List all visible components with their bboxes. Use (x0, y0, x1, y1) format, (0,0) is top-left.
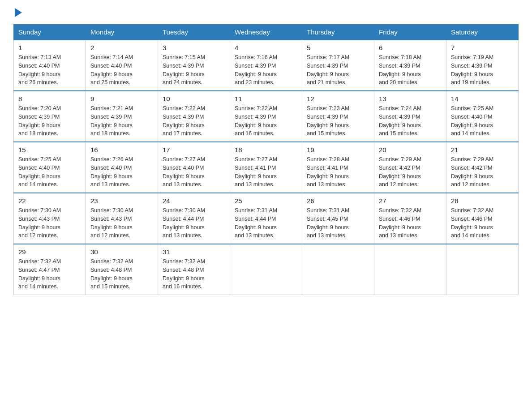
day-number: 3 (163, 44, 225, 51)
day-number: 16 (90, 146, 153, 154)
calendar-cell: 12 Sunrise: 7:23 AM Sunset: 4:39 PM Dayl… (302, 91, 374, 142)
calendar-cell: 23 Sunrise: 7:30 AM Sunset: 4:43 PM Dayl… (86, 193, 158, 244)
day-info: Sunrise: 7:31 AM Sunset: 4:45 PM Dayligh… (307, 206, 369, 240)
calendar-cell: 24 Sunrise: 7:30 AM Sunset: 4:44 PM Dayl… (158, 193, 230, 244)
weekday-header-tuesday: Tuesday (158, 25, 230, 40)
weekday-header-saturday: Saturday (446, 25, 519, 40)
day-number: 10 (163, 95, 225, 103)
calendar-cell: 30 Sunrise: 7:32 AM Sunset: 4:48 PM Dayl… (86, 244, 158, 295)
calendar-cell: 11 Sunrise: 7:22 AM Sunset: 4:39 PM Dayl… (230, 91, 302, 142)
calendar-cell: 7 Sunrise: 7:19 AM Sunset: 4:39 PM Dayli… (446, 40, 519, 91)
calendar-week-row: 29 Sunrise: 7:32 AM Sunset: 4:47 PM Dayl… (14, 244, 519, 295)
calendar-cell: 4 Sunrise: 7:16 AM Sunset: 4:39 PM Dayli… (230, 40, 302, 91)
calendar-cell (230, 244, 302, 295)
day-info: Sunrise: 7:19 AM Sunset: 4:39 PM Dayligh… (451, 53, 514, 87)
day-info: Sunrise: 7:25 AM Sunset: 4:40 PM Dayligh… (451, 104, 514, 138)
day-info: Sunrise: 7:13 AM Sunset: 4:40 PM Dayligh… (18, 53, 81, 87)
day-info: Sunrise: 7:22 AM Sunset: 4:39 PM Dayligh… (235, 104, 297, 138)
day-number: 1 (18, 44, 81, 51)
day-number: 9 (90, 95, 153, 103)
calendar-cell (374, 244, 446, 295)
day-number: 4 (235, 44, 297, 51)
calendar-cell: 20 Sunrise: 7:29 AM Sunset: 4:42 PM Dayl… (374, 142, 446, 193)
day-number: 5 (307, 44, 369, 51)
day-number: 19 (307, 146, 369, 154)
day-info: Sunrise: 7:30 AM Sunset: 4:43 PM Dayligh… (18, 206, 81, 240)
day-number: 21 (451, 146, 514, 154)
calendar-cell (302, 244, 374, 295)
day-info: Sunrise: 7:32 AM Sunset: 4:48 PM Dayligh… (90, 257, 153, 291)
page-header (13, 9, 519, 17)
day-number: 29 (18, 248, 81, 256)
calendar-cell: 10 Sunrise: 7:22 AM Sunset: 4:39 PM Dayl… (158, 91, 230, 142)
day-info: Sunrise: 7:16 AM Sunset: 4:39 PM Dayligh… (235, 53, 297, 87)
calendar-cell: 28 Sunrise: 7:32 AM Sunset: 4:46 PM Dayl… (446, 193, 519, 244)
calendar-week-row: 8 Sunrise: 7:20 AM Sunset: 4:39 PM Dayli… (14, 91, 519, 142)
weekday-header-thursday: Thursday (302, 25, 374, 40)
day-info: Sunrise: 7:24 AM Sunset: 4:39 PM Dayligh… (379, 104, 442, 138)
day-number: 31 (163, 248, 225, 256)
day-info: Sunrise: 7:29 AM Sunset: 4:42 PM Dayligh… (451, 155, 514, 189)
day-info: Sunrise: 7:18 AM Sunset: 4:39 PM Dayligh… (379, 53, 442, 87)
calendar-cell: 1 Sunrise: 7:13 AM Sunset: 4:40 PM Dayli… (14, 40, 86, 91)
calendar-cell: 19 Sunrise: 7:28 AM Sunset: 4:41 PM Dayl… (302, 142, 374, 193)
day-info: Sunrise: 7:32 AM Sunset: 4:47 PM Dayligh… (18, 257, 81, 291)
calendar-cell: 22 Sunrise: 7:30 AM Sunset: 4:43 PM Dayl… (14, 193, 86, 244)
day-number: 12 (307, 95, 369, 103)
day-number: 28 (451, 197, 514, 205)
day-number: 20 (379, 146, 442, 154)
day-info: Sunrise: 7:31 AM Sunset: 4:44 PM Dayligh… (235, 206, 297, 240)
calendar-cell: 2 Sunrise: 7:14 AM Sunset: 4:40 PM Dayli… (86, 40, 158, 91)
day-number: 26 (307, 197, 369, 205)
day-number: 24 (163, 197, 225, 205)
calendar-week-row: 22 Sunrise: 7:30 AM Sunset: 4:43 PM Dayl… (14, 193, 519, 244)
calendar-cell: 3 Sunrise: 7:15 AM Sunset: 4:39 PM Dayli… (158, 40, 230, 91)
calendar-cell: 31 Sunrise: 7:32 AM Sunset: 4:48 PM Dayl… (158, 244, 230, 295)
calendar-cell: 16 Sunrise: 7:26 AM Sunset: 4:40 PM Dayl… (86, 142, 158, 193)
weekday-header-friday: Friday (374, 25, 446, 40)
day-info: Sunrise: 7:28 AM Sunset: 4:41 PM Dayligh… (307, 155, 369, 189)
day-info: Sunrise: 7:32 AM Sunset: 4:46 PM Dayligh… (379, 206, 442, 240)
weekday-header-wednesday: Wednesday (230, 25, 302, 40)
logo-arrow-icon (15, 8, 22, 17)
calendar-cell (446, 244, 519, 295)
day-number: 15 (18, 146, 81, 154)
day-number: 27 (379, 197, 442, 205)
day-number: 13 (379, 95, 442, 103)
day-number: 17 (163, 146, 225, 154)
day-number: 23 (90, 197, 153, 205)
calendar-cell: 26 Sunrise: 7:31 AM Sunset: 4:45 PM Dayl… (302, 193, 374, 244)
day-number: 2 (90, 44, 153, 51)
calendar-cell: 13 Sunrise: 7:24 AM Sunset: 4:39 PM Dayl… (374, 91, 446, 142)
calendar-cell: 27 Sunrise: 7:32 AM Sunset: 4:46 PM Dayl… (374, 193, 446, 244)
day-info: Sunrise: 7:14 AM Sunset: 4:40 PM Dayligh… (90, 53, 153, 87)
calendar-cell: 17 Sunrise: 7:27 AM Sunset: 4:40 PM Dayl… (158, 142, 230, 193)
calendar-week-row: 1 Sunrise: 7:13 AM Sunset: 4:40 PM Dayli… (14, 40, 519, 91)
day-number: 14 (451, 95, 514, 103)
day-info: Sunrise: 7:22 AM Sunset: 4:39 PM Dayligh… (163, 104, 225, 138)
calendar-cell: 18 Sunrise: 7:27 AM Sunset: 4:41 PM Dayl… (230, 142, 302, 193)
day-info: Sunrise: 7:23 AM Sunset: 4:39 PM Dayligh… (307, 104, 369, 138)
day-number: 11 (235, 95, 297, 103)
day-info: Sunrise: 7:27 AM Sunset: 4:40 PM Dayligh… (163, 155, 225, 189)
logo (13, 9, 22, 17)
day-number: 30 (90, 248, 153, 256)
day-info: Sunrise: 7:30 AM Sunset: 4:43 PM Dayligh… (90, 206, 153, 240)
day-info: Sunrise: 7:32 AM Sunset: 4:48 PM Dayligh… (163, 257, 225, 291)
day-number: 8 (18, 95, 81, 103)
day-info: Sunrise: 7:30 AM Sunset: 4:44 PM Dayligh… (163, 206, 225, 240)
calendar-cell: 25 Sunrise: 7:31 AM Sunset: 4:44 PM Dayl… (230, 193, 302, 244)
calendar-cell: 9 Sunrise: 7:21 AM Sunset: 4:39 PM Dayli… (86, 91, 158, 142)
day-info: Sunrise: 7:20 AM Sunset: 4:39 PM Dayligh… (18, 104, 81, 138)
day-number: 25 (235, 197, 297, 205)
day-info: Sunrise: 7:15 AM Sunset: 4:39 PM Dayligh… (163, 53, 225, 87)
day-info: Sunrise: 7:21 AM Sunset: 4:39 PM Dayligh… (90, 104, 153, 138)
day-info: Sunrise: 7:25 AM Sunset: 4:40 PM Dayligh… (18, 155, 81, 189)
calendar-cell: 21 Sunrise: 7:29 AM Sunset: 4:42 PM Dayl… (446, 142, 519, 193)
day-info: Sunrise: 7:32 AM Sunset: 4:46 PM Dayligh… (451, 206, 514, 240)
day-info: Sunrise: 7:17 AM Sunset: 4:39 PM Dayligh… (307, 53, 369, 87)
calendar-cell: 29 Sunrise: 7:32 AM Sunset: 4:47 PM Dayl… (14, 244, 86, 295)
calendar-header-row: SundayMondayTuesdayWednesdayThursdayFrid… (14, 25, 519, 40)
day-number: 22 (18, 197, 81, 205)
calendar-week-row: 15 Sunrise: 7:25 AM Sunset: 4:40 PM Dayl… (14, 142, 519, 193)
